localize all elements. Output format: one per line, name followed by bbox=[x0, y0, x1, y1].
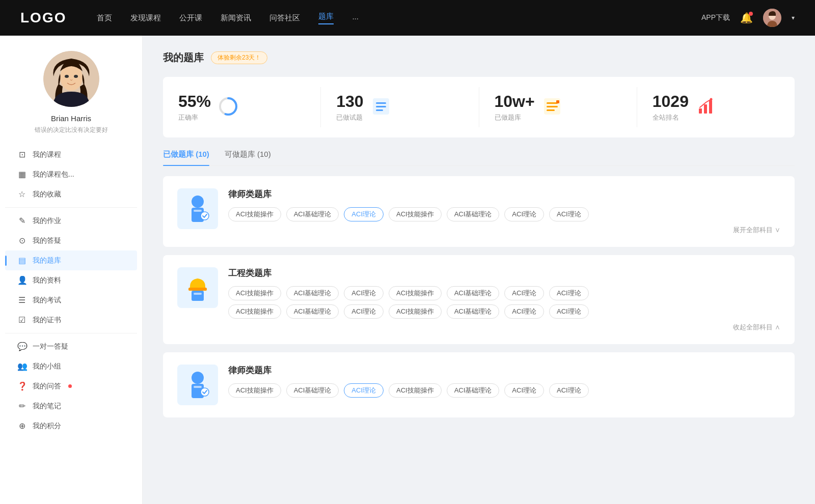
bank-1-content: 律师类题库 ACI技能操作 ACI基础理论 ACI理论 ACI技能操作 ACI基… bbox=[228, 188, 780, 235]
sidebar-item-homework[interactable]: ✎ 我的作业 bbox=[5, 211, 137, 231]
bank-3-tag-3[interactable]: ACI技能操作 bbox=[389, 383, 442, 398]
bank-3-tag-1[interactable]: ACI基础理论 bbox=[286, 383, 339, 398]
tab-done-banks[interactable]: 已做题库 (10) bbox=[163, 150, 209, 165]
sidebar-item-points[interactable]: ⊕ 我的积分 bbox=[5, 416, 137, 436]
nav-home[interactable]: 首页 bbox=[97, 13, 112, 23]
bank-2-tag-r1-3[interactable]: ACI技能操作 bbox=[389, 286, 442, 300]
app-download-button[interactable]: APP下载 bbox=[701, 13, 730, 22]
done-questions-label: 已做试题 bbox=[336, 113, 363, 122]
svg-rect-26 bbox=[188, 288, 207, 291]
nav-questionbank[interactable]: 题库 bbox=[318, 12, 334, 24]
sidebar-item-certificate[interactable]: ☑ 我的证书 bbox=[5, 310, 137, 330]
sidebar: Brian Harris 错误的决定比没有决定要好 ⊡ 我的课程 ▦ 我的课程包… bbox=[0, 36, 143, 504]
sidebar-item-course-label: 我的课程 bbox=[33, 150, 61, 159]
bank-2-tag-r1-4[interactable]: ACI基础理论 bbox=[447, 286, 500, 300]
lawyer-icon-2 bbox=[182, 370, 213, 400]
svg-point-4 bbox=[65, 75, 69, 78]
bank-1-tags: ACI技能操作 ACI基础理论 ACI理论 ACI技能操作 ACI基础理论 AC… bbox=[228, 207, 780, 221]
bank-2-tag-r1-5[interactable]: ACI理论 bbox=[504, 286, 544, 300]
bank-1-tag-6[interactable]: ACI理论 bbox=[549, 207, 589, 221]
main-content: 我的题库 体验剩余23天！ 55% 正确率 bbox=[143, 36, 815, 504]
nav-links: 首页 发现课程 公开课 新闻资讯 问答社区 题库 ··· bbox=[97, 12, 701, 24]
bank-1-icon bbox=[177, 188, 218, 229]
bank-2-tag-r2-1[interactable]: ACI基础理论 bbox=[286, 304, 339, 319]
bank-3-tag-0[interactable]: ACI技能操作 bbox=[228, 383, 281, 398]
bank-2-tag-r1-1[interactable]: ACI基础理论 bbox=[286, 286, 339, 300]
bank-3-tag-5[interactable]: ACI理论 bbox=[504, 383, 544, 398]
bank-2-collapse[interactable]: 收起全部科目 ∧ bbox=[228, 323, 780, 332]
bank-2-tag-r2-2[interactable]: ACI理论 bbox=[344, 304, 384, 319]
sidebar-item-profile-label: 我的资料 bbox=[33, 276, 61, 285]
sidebar-item-group[interactable]: 👥 我的小组 bbox=[5, 356, 137, 376]
bank-2-tag-r2-5[interactable]: ACI理论 bbox=[504, 304, 544, 319]
sidebar-item-exam[interactable]: ☰ 我的考试 bbox=[5, 290, 137, 310]
avatar[interactable] bbox=[763, 9, 781, 27]
bank-2-tag-r2-4[interactable]: ACI基础理论 bbox=[447, 304, 500, 319]
sidebar-item-tutoring[interactable]: 💬 一对一答疑 bbox=[5, 337, 137, 356]
bank-card-1: 律师类题库 ACI技能操作 ACI基础理论 ACI理论 ACI技能操作 ACI基… bbox=[163, 176, 795, 247]
bank-2-tag-r1-2[interactable]: ACI理论 bbox=[344, 286, 384, 300]
bank-2-title: 工程类题库 bbox=[228, 267, 780, 279]
nav-qa[interactable]: 问答社区 bbox=[269, 13, 300, 23]
bank-2-tag-r1-6[interactable]: ACI理论 bbox=[549, 286, 589, 300]
stat-rank-value-group: 1029 全站排名 bbox=[653, 92, 689, 122]
sidebar-item-qa[interactable]: ⊙ 我的答疑 bbox=[5, 231, 137, 250]
bank-3-tag-6[interactable]: ACI理论 bbox=[549, 383, 589, 398]
bank-1-tag-0[interactable]: ACI技能操作 bbox=[228, 207, 281, 221]
bank-1-tag-3[interactable]: ACI技能操作 bbox=[389, 207, 442, 221]
lawyer-icon bbox=[182, 193, 213, 224]
bank-1-tag-1[interactable]: ACI基础理论 bbox=[286, 207, 339, 221]
svg-rect-24 bbox=[194, 210, 202, 212]
bank-2-tag-r2-6[interactable]: ACI理论 bbox=[549, 304, 589, 319]
bank-3-tag-2[interactable]: ACI理论 bbox=[344, 383, 384, 398]
nav-news[interactable]: 新闻资讯 bbox=[221, 13, 251, 23]
sidebar-item-course[interactable]: ⊡ 我的课程 bbox=[5, 145, 137, 164]
svg-point-25 bbox=[201, 212, 209, 220]
bank-2-tag-r2-0[interactable]: ACI技能操作 bbox=[228, 304, 281, 319]
homework-icon: ✎ bbox=[17, 216, 26, 226]
divider-2 bbox=[5, 333, 137, 333]
svg-rect-27 bbox=[192, 291, 204, 301]
tab-available-banks[interactable]: 可做题库 (10) bbox=[225, 150, 271, 165]
bank-2-tag-r1-0[interactable]: ACI技能操作 bbox=[228, 286, 281, 300]
svg-point-32 bbox=[201, 388, 209, 396]
notification-dot bbox=[749, 12, 753, 16]
sidebar-item-group-label: 我的小组 bbox=[33, 362, 61, 371]
svg-point-22 bbox=[192, 195, 204, 208]
sidebar-item-tutoring-label: 一对一答疑 bbox=[33, 342, 68, 351]
sidebar-item-profile[interactable]: 👤 我的资料 bbox=[5, 270, 137, 290]
bank-1-tag-2[interactable]: ACI理论 bbox=[344, 207, 384, 221]
exam-icon: ☰ bbox=[17, 295, 26, 305]
bank-2-tags-row2: ACI技能操作 ACI基础理论 ACI理论 ACI技能操作 ACI基础理论 AC… bbox=[228, 304, 780, 319]
sidebar-item-course-package[interactable]: ▦ 我的课程包... bbox=[5, 164, 137, 184]
svg-rect-20 bbox=[709, 100, 712, 114]
bank-3-tag-4[interactable]: ACI基础理论 bbox=[447, 383, 500, 398]
bank-1-expand[interactable]: 展开全部科目 ∨ bbox=[228, 226, 780, 235]
sidebar-item-questionbank[interactable]: ▤ 我的题库 bbox=[5, 250, 137, 270]
sidebar-item-course-package-label: 我的课程包... bbox=[33, 170, 74, 179]
logo: LOGO bbox=[20, 10, 66, 26]
bank-2-tag-r2-3[interactable]: ACI技能操作 bbox=[389, 304, 442, 319]
bank-1-tag-4[interactable]: ACI基础理论 bbox=[447, 207, 500, 221]
sidebar-item-favorites[interactable]: ☆ 我的收藏 bbox=[5, 184, 137, 204]
sidebar-item-points-label: 我的积分 bbox=[33, 422, 61, 431]
avatar-photo bbox=[43, 51, 99, 107]
nav-right: APP下载 🔔 ▾ bbox=[701, 9, 795, 27]
sidebar-item-myqa-label: 我的问答 bbox=[33, 382, 61, 391]
certificate-icon: ☑ bbox=[17, 315, 26, 325]
nav-opencourse[interactable]: 公开课 bbox=[179, 13, 202, 23]
sidebar-item-myqa[interactable]: ❓ 我的问答 bbox=[5, 376, 137, 396]
accuracy-value: 55% bbox=[178, 92, 211, 111]
bank-1-tag-5[interactable]: ACI理论 bbox=[504, 207, 544, 221]
nav-more[interactable]: ··· bbox=[352, 14, 359, 22]
sidebar-item-notes[interactable]: ✏ 我的笔记 bbox=[5, 396, 137, 416]
page-title: 我的题库 bbox=[163, 51, 204, 65]
notification-bell[interactable]: 🔔 bbox=[740, 12, 753, 24]
bank-card-2: 工程类题库 ACI技能操作 ACI基础理论 ACI理论 ACI技能操作 ACI基… bbox=[163, 255, 795, 344]
svg-point-5 bbox=[74, 75, 78, 78]
stat-accuracy-value-group: 55% 正确率 bbox=[178, 92, 211, 122]
page-title-row: 我的题库 体验剩余23天！ bbox=[163, 51, 795, 65]
user-dropdown-arrow[interactable]: ▾ bbox=[792, 14, 795, 21]
stat-done-banks: 10w+ 已做题库 bbox=[479, 87, 637, 127]
nav-discover[interactable]: 发现课程 bbox=[130, 13, 161, 23]
